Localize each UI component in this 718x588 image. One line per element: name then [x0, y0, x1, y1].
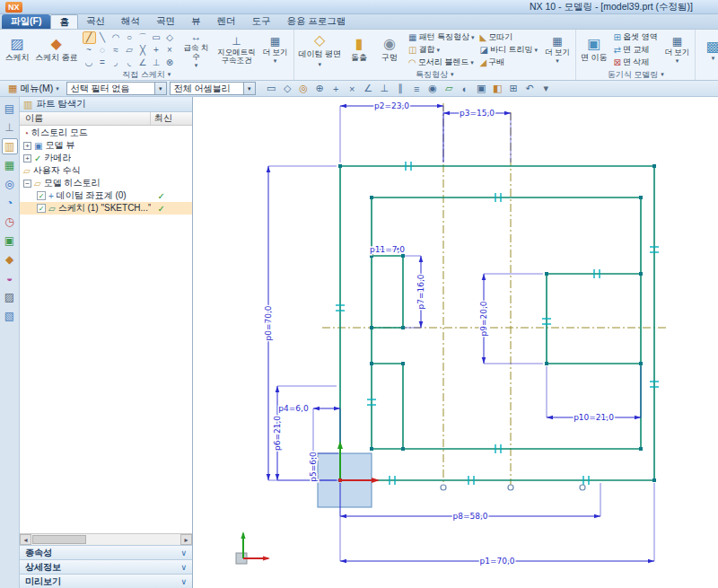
mirror-curve-tool[interactable]: ╳ [136, 44, 150, 57]
undo-icon[interactable]: ↶ [522, 82, 538, 96]
tree-expand-toggle[interactable]: − [23, 180, 31, 188]
edge-blend-button[interactable]: ◠ 모서리 블렌드 ▾ [407, 57, 476, 69]
tree-expand-toggle[interactable]: + [23, 154, 31, 162]
rapid-dimension-button[interactable]: ↔ 급속 치수 ▾ [179, 31, 215, 69]
pattern-curve-tool[interactable]: ▱ [123, 44, 136, 57]
tree-expand-toggle[interactable]: + [23, 142, 31, 150]
draft-button[interactable]: ◢ 구배 [478, 57, 539, 69]
move-face-button[interactable]: ▣ 면 이동 [578, 31, 610, 69]
quick-extend-tool[interactable]: ◟ [123, 57, 136, 69]
scrollbar-thumb[interactable] [32, 535, 86, 544]
graphics-area[interactable]: p2=23,0p3=15,0p0=70,0p6=21,0p4=6,0p5=6,0… [193, 97, 718, 588]
constraint-navigator-icon[interactable]: ⊥ [2, 119, 18, 136]
chevron-down-icon[interactable]: ▾ [154, 83, 166, 94]
column-header-latest[interactable]: 최신 [151, 112, 192, 125]
extrude-button[interactable]: ▮ 돌출 [344, 31, 374, 69]
trim-body-button[interactable]: ◪ 바디 트리밍 ▾ [478, 44, 539, 57]
selection-filter-dropdown[interactable]: 선택 필터 없음 ▾ [66, 82, 167, 95]
scroll-left-icon[interactable]: ◂ [20, 534, 31, 545]
snap-parallel-icon[interactable]: ∥ [393, 82, 408, 96]
replace-face-button[interactable]: ⇄ 면 교체 [612, 44, 660, 57]
snap-center-icon[interactable]: ◉ [425, 82, 441, 96]
history-mode-row[interactable]: ◔ 히스토리 모드 [20, 127, 192, 139]
hole-button[interactable]: ◉ 구멍 [374, 31, 405, 69]
menu-button[interactable]: ▦ 메뉴(M) ▾ [4, 82, 64, 96]
column-header-name[interactable]: 이름 [20, 112, 151, 125]
window-select-icon[interactable]: ▭ [264, 82, 279, 96]
line-tool[interactable]: ╲ [96, 31, 109, 44]
user-expressions-row[interactable]: ▱ 사용자 수식 [20, 164, 192, 177]
tree-row-checkbox[interactable]: ✓ [37, 204, 46, 213]
ellipse-tool[interactable]: ◌ [96, 44, 109, 57]
roles-icon[interactable]: ◒ [2, 270, 18, 286]
system-materials-icon[interactable]: ▨ [2, 289, 18, 305]
ribbon-group-label[interactable]: 특징형상▾ [296, 69, 574, 80]
profile-tool[interactable]: ╱ [83, 31, 96, 44]
scroll-right-icon[interactable]: ▸ [180, 534, 192, 545]
datum-csys-row[interactable]: ✓ + 데이텀 좌표계 (0) ✓ [20, 189, 192, 202]
snap-perpendicular-icon[interactable]: ⊥ [377, 82, 392, 96]
web-browser-icon[interactable]: ◔ [2, 195, 18, 211]
intersection-curve-tool[interactable]: × [163, 44, 177, 57]
ribbon-tab[interactable]: 뷰 [183, 14, 209, 29]
reuse-library-icon[interactable]: ▦ [2, 157, 18, 173]
more-sync-button[interactable]: ▦ 더 보기 ▾ [661, 31, 693, 69]
sketch-dimension-tool[interactable]: ⊗ [163, 57, 177, 69]
ribbon-tab[interactable]: 응용 프로그램 [278, 14, 354, 29]
offset-curve-tool[interactable]: ≈ [109, 44, 123, 57]
ribbon-group-label[interactable]: 동기식 모델링▾ [578, 69, 693, 80]
sketch-canvas[interactable]: p2=23,0p3=15,0p0=70,0p6=21,0p4=6,0p5=6,0… [193, 97, 718, 588]
snap-face-icon[interactable]: ▱ [442, 82, 457, 96]
intersection-point-tool[interactable]: + [150, 44, 163, 57]
more-feature-button[interactable]: ▦ 더 보기 ▾ [541, 31, 574, 69]
process-studio-icon[interactable]: ▣ [2, 233, 18, 249]
quick-trim-tool[interactable]: ◞ [109, 57, 123, 69]
dependencies-panel[interactable]: 종속성 ∨ [20, 545, 192, 559]
assembly-navigator-icon[interactable]: ▤ [2, 101, 18, 117]
clipped-ribbon-button[interactable]: ▩ ▾ [697, 31, 718, 69]
snap-endpoint-icon[interactable]: + [328, 82, 344, 96]
fillet-tool[interactable]: ⌒ [136, 31, 150, 44]
shape-filter-icon[interactable]: ◇ [280, 82, 295, 96]
chevron-down-icon[interactable]: ▾ [243, 83, 255, 94]
shaded-display-icon[interactable]: ◐ [458, 82, 473, 96]
polygon-tool[interactable]: ◇ [163, 31, 177, 44]
snap-intersection-icon[interactable]: × [345, 82, 360, 96]
ribbon-tab[interactable]: 렌더 [208, 14, 243, 29]
tree-row-checkbox[interactable]: ✓ [37, 191, 46, 200]
orient-view-icon[interactable]: ◧ [490, 82, 505, 96]
touch-mode-icon[interactable]: ▧ [2, 308, 18, 324]
make-corner-tool[interactable]: ∠ [136, 57, 150, 69]
delete-face-button[interactable]: ⊠ 면 삭제 [612, 57, 660, 69]
cameras-row[interactable]: + ✓ 카메라 [20, 152, 192, 164]
unite-button[interactable]: ◫ 결합 ▾ [407, 44, 476, 57]
ribbon-tab[interactable]: 곡면 [148, 14, 183, 29]
model-history-row[interactable]: − ▱ 모델 히스토리 [20, 177, 192, 189]
snap-point-icon[interactable]: ⊕ [312, 82, 328, 96]
derived-lines-tool[interactable]: = [96, 57, 109, 69]
details-panel[interactable]: 상세정보 ∨ [20, 559, 192, 574]
selection-scope-dropdown[interactable]: 전체 어셈블리 ▾ [170, 82, 256, 95]
ribbon-group-label[interactable]: 직접 스케치▾ [2, 69, 292, 80]
sketch-button[interactable]: ▨ 스케치 [2, 31, 32, 69]
manufacturing-wizard-icon[interactable]: ◆ [2, 251, 18, 268]
grid-display-icon[interactable]: ⊞ [506, 82, 521, 96]
finish-sketch-button[interactable]: ◆ 스케치 종료 [32, 31, 81, 69]
geometric-constraints-button[interactable]: ⊥ 지오메트릭 구속조건 [215, 31, 259, 69]
rectangle-tool[interactable]: ▭ [150, 31, 163, 44]
tab-file[interactable]: 파일(F) [2, 14, 50, 29]
sketch-row[interactable]: ✓ ▱ 스케치 (1) "SKETCH..." ✓ [20, 202, 192, 215]
preview-panel[interactable]: 미리보기 ∨ [20, 574, 192, 588]
chamfer-button[interactable]: ◣ 모따기 [478, 31, 539, 44]
navigator-h-scrollbar[interactable]: ◂ ▸ [20, 533, 192, 545]
circle-tool[interactable]: ○ [123, 31, 136, 44]
ribbon-tab[interactable]: 홈 [50, 14, 78, 29]
offset-region-button[interactable]: ⊞ 옵셋 영역 [612, 31, 660, 44]
model-views-row[interactable]: + ▣ 모델 뷰 [20, 139, 192, 152]
pattern-feature-button[interactable]: ▦ 패턴 특징형상 ▾ [407, 31, 476, 44]
studio-spline-tool[interactable]: ~ [83, 44, 96, 57]
more-sketch-button[interactable]: ▦ 더 보기 ▾ [259, 31, 292, 69]
fit-view-icon[interactable]: ▣ [474, 82, 489, 96]
snap-midpoint-icon[interactable]: ≡ [409, 82, 425, 96]
hd3d-tool-icon[interactable]: ◎ [2, 176, 18, 192]
